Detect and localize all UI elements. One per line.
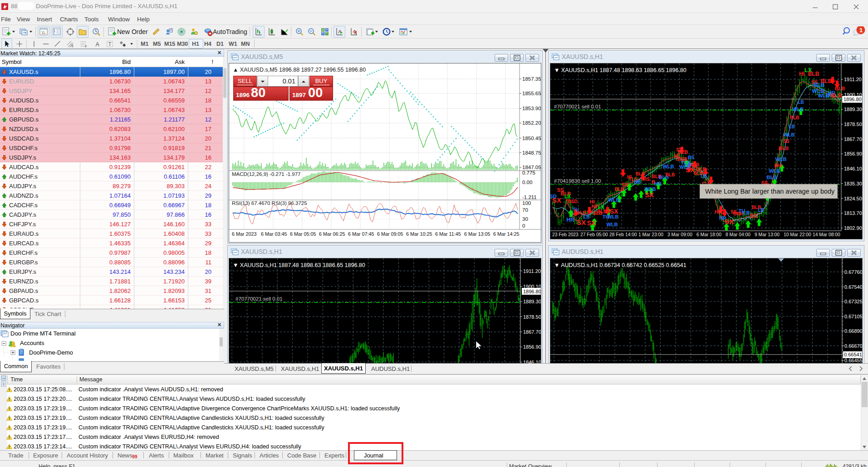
svg-text:1855.65: 1855.65 bbox=[522, 91, 541, 96]
svg-text:0.66670: 0.66670 bbox=[844, 343, 862, 349]
svg-text:6 Mar 06:25: 6 Mar 06:25 bbox=[319, 231, 345, 237]
svg-text:MACD(12,26,9) -0.271 -1.977: MACD(12,26,9) -0.271 -1.977 bbox=[232, 171, 301, 177]
svg-text:SX: SX bbox=[645, 191, 654, 199]
svg-text:0.67540: 0.67540 bbox=[844, 284, 862, 290]
svg-text:1889.30: 1889.30 bbox=[844, 107, 862, 112]
svg-text:HR: HR bbox=[566, 217, 574, 223]
svg-text:1867.70: 1867.70 bbox=[844, 136, 862, 142]
svg-text:BLB: BLB bbox=[615, 187, 624, 192]
svg-text:TU: TU bbox=[573, 207, 579, 212]
svg-text:SS: SS bbox=[622, 182, 628, 187]
svg-text:6 Mar 11:45: 6 Mar 11:45 bbox=[435, 231, 461, 237]
svg-text:6 Mar 09:05: 6 Mar 09:05 bbox=[377, 231, 403, 237]
svg-text:TBSD: TBSD bbox=[565, 199, 577, 204]
svg-text:0: 0 bbox=[522, 223, 525, 229]
svg-text:1856.90: 1856.90 bbox=[844, 151, 862, 156]
svg-text:6 Mar 13:05: 6 Mar 13:05 bbox=[464, 231, 490, 237]
svg-text:A: A bbox=[96, 41, 100, 48]
svg-text:1878.50: 1878.50 bbox=[844, 122, 862, 127]
svg-text:SX: SX bbox=[610, 208, 618, 215]
svg-text:1856.90: 1856.90 bbox=[523, 344, 541, 350]
svg-text:SS: SS bbox=[676, 147, 682, 152]
svg-text:28 Feb 14:00: 28 Feb 14:00 bbox=[609, 232, 637, 237]
svg-text:SX: SX bbox=[587, 219, 596, 227]
svg-text:6 Mar 03:45: 6 Mar 03:45 bbox=[261, 231, 287, 237]
svg-text:SS: SS bbox=[783, 139, 790, 144]
svg-text:▼ XAUUSD.s,H1 1887.48 1898.63: ▼ XAUUSD.s,H1 1887.48 1898.63 1886.65 18… bbox=[554, 67, 687, 73]
svg-text:9 Mar 13:00: 9 Mar 13:00 bbox=[755, 232, 780, 237]
svg-text:SD: SD bbox=[550, 194, 557, 199]
svg-text:LB: LB bbox=[758, 208, 764, 213]
svg-text:0.67760: 0.67760 bbox=[844, 269, 862, 275]
svg-text:6 Mar 10:25: 6 Mar 10:25 bbox=[406, 231, 432, 237]
svg-text:1835.30: 1835.30 bbox=[844, 181, 862, 186]
svg-text:WLB: WLB bbox=[792, 107, 804, 112]
svg-text:RSI(13) 67.4670 RSI(3) 96.372: RSI(13) 67.4670 RSI(3) 96.3725 bbox=[232, 200, 307, 206]
svg-text:1853.90: 1853.90 bbox=[522, 106, 541, 111]
svg-text:30: 30 bbox=[522, 216, 528, 222]
svg-text:SX: SX bbox=[725, 218, 734, 225]
svg-text:▲ XAUUSD.s,M5 1896.88 1897.27: ▲ XAUUSD.s,M5 1896.88 1897.27 1896.55 18… bbox=[233, 67, 366, 73]
svg-text:23 Feb 2023: 23 Feb 2023 bbox=[552, 232, 579, 237]
svg-text:0.66455: 0.66455 bbox=[844, 358, 862, 363]
svg-text:BLB: BLB bbox=[835, 86, 845, 91]
svg-text:100: 100 bbox=[522, 200, 531, 206]
svg-text:BLB: BLB bbox=[790, 115, 799, 120]
svg-text:WLB: WLB bbox=[606, 222, 618, 227]
svg-text:LB: LB bbox=[685, 163, 691, 168]
svg-text:BLB: BLB bbox=[636, 171, 645, 176]
svg-text:0.67105: 0.67105 bbox=[844, 314, 862, 319]
svg-text:-1.211: -1.211 bbox=[522, 195, 537, 200]
svg-text:1896.80: 1896.80 bbox=[523, 289, 541, 294]
svg-text:LX: LX bbox=[564, 194, 571, 199]
svg-text:6 Mar 2023: 6 Mar 2023 bbox=[232, 231, 257, 237]
svg-text:HI: HI bbox=[799, 71, 804, 77]
svg-text:#70770021 sell 0.01: #70770021 sell 0.01 bbox=[554, 104, 601, 109]
svg-text:SX: SX bbox=[750, 212, 758, 219]
svg-text:1889.30: 1889.30 bbox=[523, 299, 541, 304]
svg-text:1824.50: 1824.50 bbox=[844, 196, 862, 201]
svg-text:6 Mar 18:00: 6 Mar 18:00 bbox=[696, 232, 721, 237]
svg-text:E: E bbox=[72, 44, 74, 48]
svg-text:WLB: WLB bbox=[662, 164, 674, 169]
svg-text:0.00: 0.00 bbox=[522, 180, 532, 185]
svg-text:6 Mar 14:25: 6 Mar 14:25 bbox=[493, 231, 520, 237]
svg-text:1: 1 bbox=[859, 27, 863, 34]
svg-text:BLB: BLB bbox=[767, 175, 777, 180]
svg-text:#70770021 sell 0.01: #70770021 sell 0.01 bbox=[235, 296, 283, 302]
svg-text:▼ XAUUSD.s,H1 1887.48 1898.63: ▼ XAUUSD.s,H1 1887.48 1898.63 1886.65 18… bbox=[233, 262, 365, 268]
svg-text:LB: LB bbox=[584, 214, 589, 219]
svg-text:BLB: BLB bbox=[666, 172, 675, 177]
svg-text:WLB: WLB bbox=[608, 197, 619, 203]
svg-text:1802.90: 1802.90 bbox=[844, 225, 862, 231]
svg-text:LB: LB bbox=[743, 210, 750, 215]
svg-text:WLB: WLB bbox=[769, 168, 780, 174]
svg-text:1846.10: 1846.10 bbox=[844, 166, 862, 171]
svg-text:1867.70: 1867.70 bbox=[523, 329, 541, 335]
svg-text:1911.20: 1911.20 bbox=[523, 268, 541, 274]
svg-text:SX: SX bbox=[577, 219, 586, 226]
svg-text:1911.20: 1911.20 bbox=[844, 77, 862, 82]
svg-text:1850.45: 1850.45 bbox=[522, 136, 541, 141]
svg-text:1896.80: 1896.80 bbox=[843, 97, 862, 102]
svg-text:1848.75: 1848.75 bbox=[522, 150, 541, 156]
svg-text:LB: LB bbox=[789, 124, 794, 129]
svg-text:LB: LB bbox=[701, 174, 706, 179]
svg-text:F: F bbox=[85, 45, 87, 48]
svg-text:HB: HB bbox=[634, 179, 641, 185]
svg-text:WLB: WLB bbox=[775, 156, 786, 162]
svg-text:LB: LB bbox=[798, 100, 804, 105]
svg-text:HR: HR bbox=[654, 181, 662, 186]
svg-text:HII: HII bbox=[592, 204, 598, 209]
svg-text:RS: RS bbox=[643, 177, 650, 182]
svg-text:1813.70: 1813.70 bbox=[844, 210, 862, 216]
svg-text:6 Mar 07:45: 6 Mar 07:45 bbox=[348, 231, 374, 237]
svg-text:BLB: BLB bbox=[831, 92, 842, 99]
svg-text:0.775: 0.775 bbox=[522, 170, 535, 175]
svg-text:1 Mar 23:00: 1 Mar 23:00 bbox=[638, 232, 663, 237]
svg-text:70: 70 bbox=[522, 207, 528, 213]
svg-text:8 Mar 04:00: 8 Mar 04:00 bbox=[726, 232, 750, 237]
svg-text:3 Mar 09:00: 3 Mar 09:00 bbox=[667, 232, 692, 237]
svg-text:1852.20: 1852.20 bbox=[522, 120, 541, 126]
svg-text:T: T bbox=[108, 41, 112, 47]
